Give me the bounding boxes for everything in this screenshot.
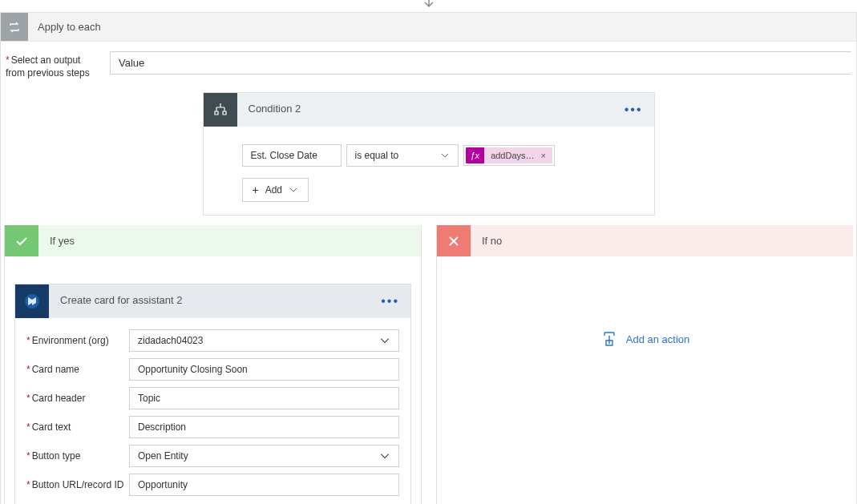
button-url-input[interactable]: Opportunity	[129, 474, 399, 496]
button-url-label: *Button URL/record ID	[26, 479, 129, 490]
expression-token[interactable]: ƒx addDays… ×	[466, 147, 552, 163]
card-text-label: *Card text	[26, 421, 129, 433]
flow-connector-arrow	[0, 0, 857, 12]
expression-text: addDays…	[484, 147, 537, 163]
condition-row: Est. Close Date is equal to ƒx addDays… …	[242, 144, 646, 167]
condition-left-operand[interactable]: Est. Close Date	[242, 144, 342, 167]
chevron-down-icon	[379, 335, 390, 346]
apply-to-each-title: Apply to each	[28, 13, 856, 41]
if-no-label: If no	[471, 225, 853, 256]
button-type-label: *Button type	[26, 450, 129, 462]
condition-branches: If yes Create card for assistant 2 •••	[1, 225, 856, 504]
button-url-row: *Button URL/record ID Opportunity	[26, 474, 399, 496]
select-output-input[interactable]: Value	[110, 51, 851, 75]
if-yes-header[interactable]: If yes	[5, 225, 421, 256]
create-card-body: *Environment (org) zidadach04023 *Card n…	[15, 318, 410, 504]
environment-label: *Environment (org)	[26, 335, 129, 346]
close-icon	[437, 225, 471, 256]
if-yes-label: If yes	[38, 225, 421, 256]
card-name-value: Opportunity Closing Soon	[138, 364, 248, 375]
select-output-label: *Select an output from previous steps	[6, 51, 110, 79]
button-url-value: Opportunity	[138, 479, 188, 490]
condition-body: Est. Close Date is equal to ƒx addDays… …	[204, 127, 654, 215]
card-text-input[interactable]: Description	[129, 416, 399, 438]
card-header-label: *Card header	[26, 393, 129, 404]
fx-icon: ƒx	[466, 147, 485, 163]
create-card-menu-button[interactable]: •••	[370, 284, 410, 318]
environment-row: *Environment (org) zidadach04023	[26, 329, 399, 352]
select-output-label-line2: from previous steps	[6, 67, 90, 79]
card-text-value: Description	[138, 421, 186, 433]
add-action-label: Add an action	[626, 333, 690, 345]
condition-icon	[204, 93, 237, 127]
card-header-input[interactable]: Topic	[129, 387, 399, 409]
add-action-container: Add an action	[447, 284, 843, 350]
loop-icon	[1, 13, 28, 41]
condition-right-operand[interactable]: ƒx addDays… ×	[463, 145, 555, 166]
apply-to-each-container: Apply to each *Select an output from pre…	[0, 12, 857, 504]
select-output-value: Value	[119, 57, 144, 69]
card-name-input[interactable]: Opportunity Closing Soon	[129, 358, 399, 381]
select-output-label-line1: Select an output	[11, 54, 81, 66]
if-no-header[interactable]: If no	[437, 225, 853, 256]
create-card-header[interactable]: Create card for assistant 2 •••	[15, 284, 410, 318]
button-type-select[interactable]: Open Entity	[129, 445, 399, 467]
condition-menu-button[interactable]: •••	[613, 93, 654, 127]
create-card-action: Create card for assistant 2 ••• *Environ…	[14, 284, 411, 504]
card-text-row: *Card text Description	[26, 416, 399, 438]
select-output-row: *Select an output from previous steps Va…	[1, 51, 856, 92]
condition-title: Condition 2	[237, 93, 613, 127]
add-action-icon	[600, 330, 618, 348]
create-card-title: Create card for assistant 2	[49, 284, 370, 318]
button-type-value: Open Entity	[138, 450, 188, 462]
condition-operator-value: is equal to	[355, 150, 399, 161]
button-type-row: *Button type Open Entity	[26, 445, 399, 467]
condition-card: Condition 2 ••• Est. Close Date is equal…	[203, 92, 655, 216]
card-name-label: *Card name	[26, 364, 129, 375]
environment-select[interactable]: zidadach04023	[129, 329, 399, 352]
dynamics-icon	[15, 284, 49, 318]
expression-remove-button[interactable]: ×	[538, 147, 552, 163]
if-yes-branch: If yes Create card for assistant 2 •••	[4, 225, 422, 504]
add-button-label: Add	[265, 184, 282, 196]
if-no-branch: If no Add an action	[436, 225, 853, 504]
card-name-row: *Card name Opportunity Closing Soon	[26, 358, 399, 381]
add-action-button[interactable]: Add an action	[600, 330, 690, 348]
environment-value: zidadach04023	[138, 335, 203, 346]
check-icon	[5, 225, 38, 256]
apply-to-each-header[interactable]: Apply to each	[1, 13, 856, 42]
condition-operator-select[interactable]: is equal to	[346, 144, 459, 167]
card-header-value: Topic	[138, 393, 160, 404]
chevron-down-icon	[379, 450, 390, 462]
condition-header[interactable]: Condition 2 •••	[204, 93, 654, 127]
card-header-row: *Card header Topic	[26, 387, 399, 409]
chevron-down-icon	[440, 151, 450, 160]
chevron-down-icon	[289, 185, 298, 195]
plus-icon: +	[253, 183, 259, 196]
add-condition-row-button[interactable]: + Add	[242, 178, 309, 202]
